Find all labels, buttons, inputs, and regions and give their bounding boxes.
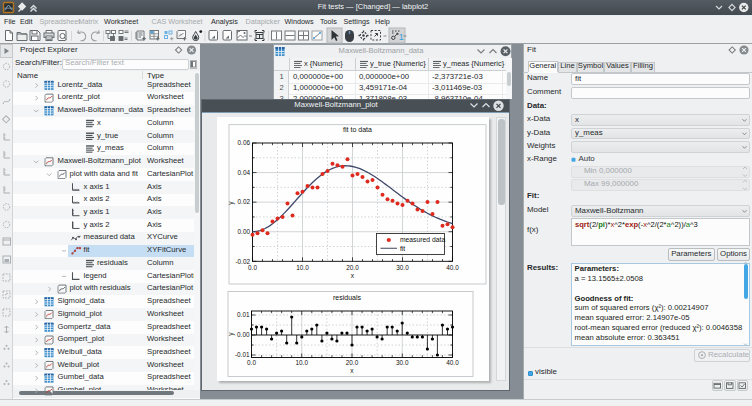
svg-text:10.0: 10.0 (296, 359, 309, 366)
svg-text:0.06: 0.06 (238, 139, 251, 146)
svg-text:0.02: 0.02 (238, 198, 251, 205)
svg-text:fit to data: fit to data (343, 126, 372, 133)
svg-text:30.0: 30.0 (396, 264, 409, 271)
svg-text:10.0: 10.0 (296, 264, 309, 271)
svg-text:0.00: 0.00 (238, 228, 251, 235)
svg-text:20.0: 20.0 (346, 359, 359, 366)
svg-text:0.04: 0.04 (238, 169, 251, 176)
svg-text:20.0: 20.0 (346, 264, 359, 271)
svg-text:0.0: 0.0 (247, 359, 256, 366)
svg-text:40.0: 40.0 (446, 264, 459, 271)
svg-text:measured data: measured data (400, 236, 446, 243)
svg-text:-0.02: -0.02 (235, 258, 250, 265)
svg-text:-0.01: -0.01 (235, 351, 250, 358)
svg-text:residuals: residuals (333, 294, 362, 301)
svg-text:fit: fit (400, 245, 405, 252)
svg-text:0.01: 0.01 (237, 311, 250, 318)
svg-text:40.0: 40.0 (446, 359, 459, 366)
svg-text:0.0: 0.0 (248, 264, 257, 271)
svg-text:30.0: 30.0 (396, 359, 409, 366)
svg-text:1: 1 (399, 32, 404, 42)
svg-text:0.00: 0.00 (237, 331, 250, 338)
